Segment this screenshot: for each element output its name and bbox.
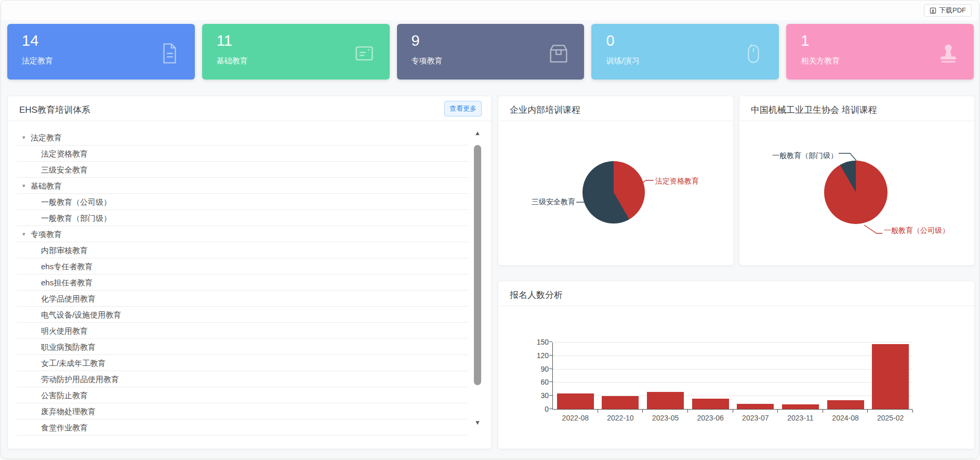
stat-value: 0 (606, 32, 614, 49)
tree-item[interactable]: 法定资格教育 (17, 146, 468, 162)
stat-cards-row: 14 法定教育 11 基础教育 9 专项教育 0 训练/演习 (7, 24, 974, 80)
tree-panel-title: EHS教育培训体系 (19, 104, 90, 116)
tree-item[interactable]: 一般教育（部门级） (17, 210, 468, 226)
tree-item[interactable]: ▾基础教育 (17, 178, 468, 194)
pie-chart-association-training[interactable] (824, 161, 888, 224)
stamp-icon (936, 41, 960, 65)
stat-value: 9 (412, 32, 420, 49)
caret-down-icon[interactable]: ▾ (22, 178, 25, 194)
tree-item[interactable]: 职业病预防教育 (17, 339, 468, 355)
tree-item-label: 食堂作业教育 (41, 423, 88, 432)
pie-chart-internal-training[interactable] (582, 161, 645, 224)
internal-training-pie-panel: 企业内部培训课程 三级安全教育 法定资格教育 (498, 96, 734, 266)
caret-down-icon[interactable]: ▾ (22, 129, 25, 146)
stat-card-legal-education[interactable]: 14 法定教育 (7, 24, 195, 80)
tree-item[interactable]: 一般教育（公司级） (17, 194, 468, 210)
tree-item-label: 法定资格教育 (41, 149, 88, 158)
tree-item-label: 废弃物处理教育 (41, 407, 96, 416)
y-axis-tick-label: 0 (531, 405, 549, 413)
pie0-header: 企业内部培训课程 (498, 96, 733, 121)
caret-down-icon[interactable]: ▾ (22, 226, 25, 242)
tree-item[interactable]: 明火使用教育 (17, 323, 468, 339)
tree-item-label: 劳动防护用品使用教育 (41, 375, 119, 384)
stat-label: 基础教育 (217, 56, 248, 66)
x-axis-tick-label: 2023-05 (643, 414, 688, 422)
tree-item[interactable]: 劳动防护用品使用教育 (17, 371, 468, 387)
bar-2023-06[interactable] (692, 399, 729, 409)
bar-panel-header: 报名人数分析 (498, 281, 974, 306)
pie-label-sanji-anquan: 三级安全教育 (532, 198, 589, 207)
y-axis-tick-label: 150 (531, 338, 549, 346)
x-axis-tick-label: 2022-08 (553, 414, 598, 422)
tree-item[interactable]: 废弃物处理教育 (17, 403, 468, 419)
tree-item[interactable]: 公害防止教育 (17, 387, 468, 403)
tree-item-label: 职业病预防教育 (41, 343, 96, 351)
bar-2025-02[interactable] (872, 344, 909, 409)
tree-item[interactable]: 化学品使用教育 (17, 291, 468, 307)
tree-item[interactable]: 三级安全教育 (17, 162, 468, 178)
y-axis-tick-label: 30 (531, 391, 549, 400)
bar-2023-05[interactable] (647, 392, 684, 409)
scrollbar-thumb[interactable] (474, 145, 481, 385)
tree-item-label: 女工/未成年工教育 (41, 359, 105, 367)
stat-card-special-education[interactable]: 9 专项教育 (397, 24, 585, 80)
tree-scrollbar[interactable]: ▲ ▼ (472, 128, 483, 436)
bar-2022-08[interactable] (557, 393, 594, 409)
tree-item[interactable]: ▾专项教育 (17, 226, 468, 242)
download-pdf-label: 下载PDF (939, 6, 966, 15)
tree-item-label: 公害防止教育 (41, 391, 88, 400)
tree-item-label: 一般教育（部门级） (41, 214, 111, 222)
download-icon (930, 7, 936, 14)
mouse-icon (741, 41, 765, 65)
y-axis-tick-label: 120 (531, 351, 549, 360)
x-axis-tick-label: 2022-10 (598, 414, 643, 422)
tree-item-label: 法定教育 (31, 133, 62, 142)
bar-2024-08[interactable] (827, 400, 864, 409)
pie-label-fading-zige: 法定资格教育 (641, 177, 699, 186)
pie1-title: 中国机械工业卫生协会 培训课程 (751, 104, 877, 116)
stat-label: 训练/演习 (606, 56, 639, 66)
stat-card-related-party-education[interactable]: 1 相关方教育 (786, 24, 974, 80)
download-pdf-button[interactable]: 下载PDF (924, 4, 972, 17)
pie-label-yiban-gongsi: 一般教育（公司级） (863, 225, 949, 236)
tree-item-label: 明火使用教育 (41, 326, 88, 335)
tree-item-label: 基础教育 (31, 181, 62, 190)
tree-item[interactable]: 内部审核教育 (17, 242, 468, 258)
tree-item-label: 三级安全教育 (41, 165, 88, 174)
package-icon (547, 41, 571, 65)
stat-card-basic-education[interactable]: 11 基础教育 (202, 24, 390, 80)
tree-item[interactable]: ▾法定教育 (17, 129, 468, 146)
tree-item-label: ehs专任者教育 (41, 262, 92, 271)
x-axis-tick-label: 2023-11 (778, 414, 823, 422)
document-icon (157, 41, 181, 65)
pie1-chart-area: 一般教育（部门级） 一般教育（公司级） (739, 121, 974, 265)
tree-item[interactable]: ehs担任者教育 (17, 274, 468, 291)
tree-panel-header: EHS教育培训体系 查看更多 (8, 96, 491, 121)
scroll-down-icon[interactable]: ▼ (473, 419, 482, 426)
pie0-chart-area: 三级安全教育 法定资格教育 (498, 121, 733, 265)
tree-item-label: 一般教育（公司级） (41, 198, 111, 206)
tree-item[interactable]: 电气设备/设施使用教育 (17, 307, 468, 323)
tree-item-label: ehs担任者教育 (41, 278, 92, 287)
bar-2023-11[interactable] (782, 404, 819, 409)
stat-value: 14 (22, 32, 38, 49)
bar-2022-10[interactable] (602, 396, 639, 409)
tree-item-label: 专项教育 (31, 230, 62, 239)
y-axis-tick-label: 90 (531, 365, 549, 373)
ehs-training-system-panel: EHS教育培训体系 查看更多 ▾法定教育法定资格教育三级安全教育▾基础教育一般教… (7, 96, 492, 449)
bar-2023-07[interactable] (737, 404, 774, 409)
tree-item-label: 电气设备/设施使用教育 (41, 310, 121, 319)
stat-label: 专项教育 (412, 56, 443, 66)
pie1-header: 中国机械工业卫生协会 培训课程 (739, 96, 974, 121)
enrollment-bar-chart: 03060901201502022-082022-102023-052023-0… (552, 343, 912, 410)
association-training-pie-panel: 中国机械工业卫生协会 培训课程 一般教育（部门级） 一般教育（公司级） (739, 96, 975, 266)
pie-label-yiban-bumen: 一般教育（部门级） (772, 150, 857, 162)
view-more-button[interactable]: 查看更多 (444, 101, 482, 116)
tree-item[interactable]: 食堂作业教育 (17, 419, 468, 436)
tree-item-label: 化学品使用教育 (41, 294, 96, 303)
stat-card-training-drill[interactable]: 0 训练/演习 (591, 24, 779, 80)
scroll-up-icon[interactable]: ▲ (473, 129, 482, 137)
tree-item[interactable]: ehs专任者教育 (17, 258, 468, 274)
tree-item[interactable]: 女工/未成年工教育 (17, 355, 468, 371)
stat-label: 相关方教育 (801, 56, 840, 66)
